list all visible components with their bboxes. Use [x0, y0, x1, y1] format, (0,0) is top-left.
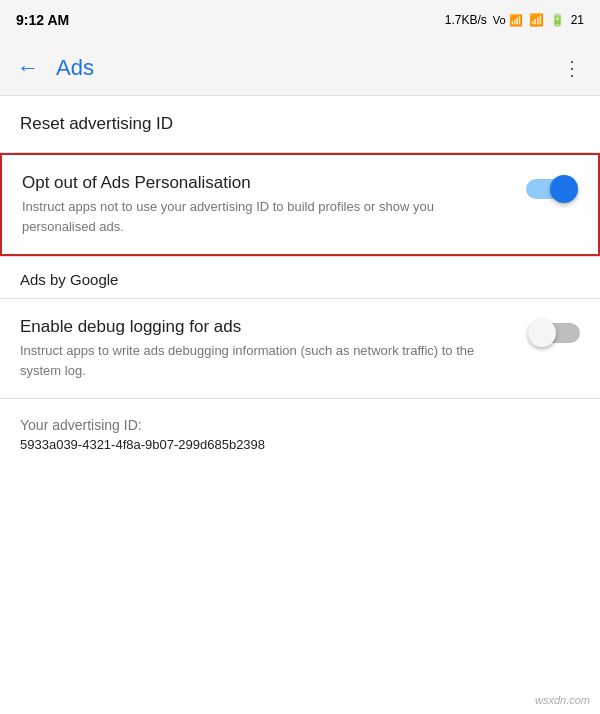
wifi-icon: 📶 [529, 13, 544, 27]
battery-level: 21 [571, 13, 584, 27]
back-icon: ← [17, 55, 39, 81]
reset-ad-id-title: Reset advertising ID [20, 114, 173, 133]
more-icon: ⋮ [562, 58, 583, 78]
app-bar: ← Ads ⋮ [0, 40, 600, 96]
debug-toggle-container[interactable] [528, 317, 580, 347]
debug-logging-title: Enable debug logging for ads [20, 317, 512, 337]
more-options-button[interactable]: ⋮ [552, 48, 592, 88]
reset-advertising-id-item[interactable]: Reset advertising ID [0, 96, 600, 152]
network-speed: 1.7KB/s [445, 13, 487, 27]
ads-by-google-label: Ads by Google [0, 257, 600, 298]
status-right: 1.7KB/s Vo 📶 📶 🔋 21 [445, 13, 584, 27]
battery-icon: 🔋 [550, 13, 565, 27]
ad-id-value: 5933a039-4321-4f8a-9b07-299d685b2398 [20, 437, 580, 452]
app-bar-title: Ads [48, 55, 552, 81]
opt-out-subtitle: Instruct apps not to use your advertisin… [22, 197, 510, 236]
debug-logging-content: Enable debug logging for ads Instruct ap… [20, 317, 528, 380]
opt-out-content: Opt out of Ads Personalisation Instruct … [22, 173, 526, 236]
opt-out-item[interactable]: Opt out of Ads Personalisation Instruct … [2, 155, 598, 254]
content-area: Reset advertising ID Opt out of Ads Pers… [0, 96, 600, 470]
watermark: wsxdn.com [535, 694, 590, 706]
debug-toggle[interactable] [528, 319, 580, 347]
signal-icon: Vo 📶 [493, 14, 523, 27]
opt-out-section: Opt out of Ads Personalisation Instruct … [0, 153, 600, 256]
opt-out-toggle-container[interactable] [526, 173, 578, 203]
advertising-id-section: Your advertising ID: 5933a039-4321-4f8a-… [0, 399, 600, 470]
status-time: 9:12 AM [16, 12, 69, 28]
status-bar: 9:12 AM 1.7KB/s Vo 📶 📶 🔋 21 [0, 0, 600, 40]
opt-out-toggle[interactable] [526, 175, 578, 203]
debug-logging-item[interactable]: Enable debug logging for ads Instruct ap… [0, 299, 600, 398]
debug-toggle-thumb [528, 319, 556, 347]
back-button[interactable]: ← [8, 48, 48, 88]
debug-logging-subtitle: Instruct apps to write ads debugging inf… [20, 341, 512, 380]
ad-id-label: Your advertising ID: [20, 417, 580, 433]
opt-out-title: Opt out of Ads Personalisation [22, 173, 510, 193]
toggle-thumb [550, 175, 578, 203]
